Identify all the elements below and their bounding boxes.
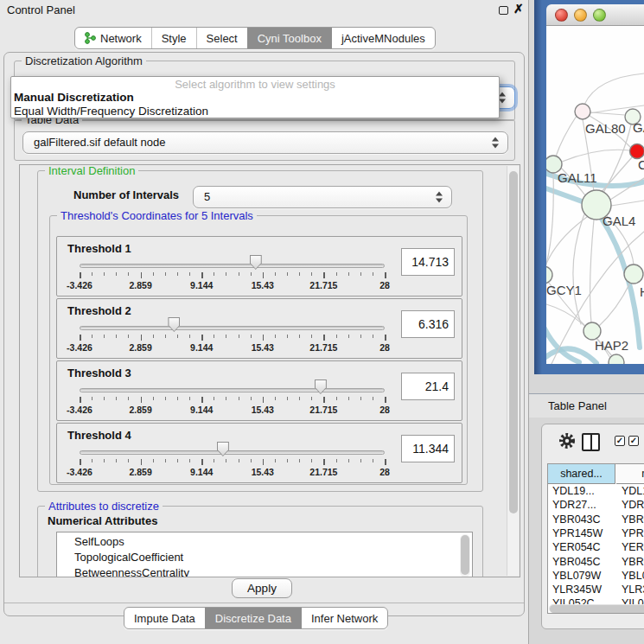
cell-shared-name: YPR145W (552, 526, 603, 541)
tick-mark (92, 335, 92, 338)
tick-label: -3.426 (55, 342, 104, 353)
cell-name: YBL0 (622, 569, 644, 583)
cell-name: YDR2 (622, 498, 644, 513)
tick-mark (128, 397, 129, 400)
tick-mark (226, 459, 226, 462)
tick-mark (239, 397, 239, 400)
cell-shared-name: YBL079W (552, 569, 601, 583)
list-item[interactable]: SelfLoops (57, 534, 472, 550)
tick-mark (128, 272, 129, 276)
tick-mark (348, 272, 349, 276)
zoom-traffic-light[interactable] (593, 9, 606, 22)
tick-label: 15.43 (239, 342, 287, 353)
tab-discretize-data[interactable]: Discretize Data (205, 608, 301, 628)
close-traffic-light[interactable] (555, 9, 568, 22)
list-scrollbar-thumb[interactable] (461, 535, 469, 575)
algorithm-option-equal-width[interactable]: Equal Width/Frequency Discretization (11, 105, 499, 118)
number-of-intervals-spinner[interactable]: 5 (193, 186, 452, 208)
thresholds-group-title: Threshold's Coordinates for 5 Intervals (57, 209, 257, 222)
table-row[interactable]: YPR145WYPR1 (548, 526, 644, 541)
column-header-shared-name[interactable]: shared... (548, 464, 615, 484)
threshold-value-field[interactable]: 6.316 (401, 310, 455, 338)
slider-track[interactable] (80, 264, 385, 268)
threshold-box: Threshold 2-3.4262.8599.14415.4321.71528… (56, 298, 462, 359)
tick-mark (336, 459, 337, 462)
horizontal-scrollbar[interactable] (549, 604, 644, 613)
network-node[interactable] (624, 265, 643, 284)
tick-mark (92, 272, 92, 276)
float-window-icon[interactable] (499, 6, 508, 15)
tab-select[interactable]: Select (196, 28, 247, 48)
network-node[interactable] (575, 104, 590, 119)
algorithm-option-manual[interactable]: Manual Discretization (11, 91, 499, 105)
column-settings-icon[interactable] (582, 433, 600, 451)
pane-scrollbar-thumb[interactable] (509, 171, 518, 513)
threshold-value-field[interactable]: 21.4 (401, 373, 455, 400)
list-scrollbar[interactable] (460, 534, 470, 577)
network-node[interactable] (583, 322, 601, 340)
network-edge[interactable] (573, 214, 584, 324)
table-row[interactable]: YER054CYER0 (548, 540, 644, 555)
slider-track[interactable] (80, 388, 385, 392)
network-graph[interactable]: GAL80GACGAL11GAL4GCY1HHAP2 (546, 26, 644, 364)
cell-name: YLR3 (622, 583, 644, 597)
table-row[interactable]: YBR045CYBR0 (548, 555, 644, 570)
table-row[interactable]: YDR27...YDR2 (548, 498, 644, 513)
tick-label: 9.144 (177, 467, 226, 477)
threshold-value-field[interactable]: 14.713 (401, 248, 455, 276)
apply-button[interactable]: Apply (232, 578, 292, 598)
tick-mark (287, 397, 288, 400)
checkbox-select-all-icon[interactable]: ✓ (615, 436, 625, 446)
network-edge[interactable] (590, 220, 594, 322)
network-edge[interactable] (611, 201, 644, 206)
settings-scroll-pane: Interval Definition Number of Intervals … (19, 164, 520, 577)
network-edge[interactable] (590, 112, 625, 115)
network-edge[interactable] (556, 116, 577, 156)
threshold-value-field[interactable]: 11.344 (401, 435, 455, 462)
network-edge[interactable] (546, 188, 584, 202)
network-node[interactable] (546, 266, 552, 284)
tab-jactivemnodules[interactable]: jActiveMNodules (331, 28, 435, 48)
node-label: GAL80 (585, 121, 626, 136)
gear-icon[interactable] (558, 431, 577, 450)
table-row[interactable]: YBL079WYBL0 (548, 569, 644, 583)
network-edge[interactable] (610, 178, 644, 200)
table-data-combobox-value: galFiltered.sif default node (34, 136, 165, 149)
algorithm-popup-hint: Select algorithm to view settings (11, 77, 499, 91)
tick-mark (287, 459, 288, 462)
spinner-arrows-icon (436, 192, 443, 203)
slider-track[interactable] (80, 450, 385, 455)
list-item[interactable]: BetweennessCentrality (57, 565, 472, 577)
tab-impute-data[interactable]: Impute Data (124, 608, 205, 628)
table-data-combobox[interactable]: galFiltered.sif default node (22, 131, 508, 154)
numerical-attributes-list[interactable]: SelfLoopsTopologicalCoefficientBetweenne… (56, 532, 473, 577)
network-edge[interactable] (598, 283, 630, 327)
horizontal-scrollbar-thumb[interactable] (550, 605, 644, 613)
table-row[interactable]: YBR043CYBR0 (548, 513, 644, 527)
network-edge[interactable] (584, 73, 644, 105)
network-edge[interactable] (546, 328, 579, 362)
table-row[interactable]: YDL19...YDL1 (548, 484, 644, 499)
column-header-name[interactable]: name (616, 464, 644, 484)
tab-cyni-toolbox[interactable]: Cyni Toolbox (247, 28, 331, 48)
network-canvas[interactable]: GAL80GACGAL11GAL4GCY1HHAP2 (546, 26, 644, 364)
tick-mark (311, 459, 312, 462)
cell-name: YPR1 (622, 526, 644, 541)
pane-scrollbar[interactable] (507, 166, 519, 576)
tick-mark (251, 397, 252, 400)
tick-mark (323, 335, 325, 341)
threshold-box: Threshold 4-3.4262.8599.14415.4321.71528… (56, 423, 462, 483)
tab-network[interactable]: Network (75, 28, 151, 48)
table-row[interactable]: YLR345WYLR3 (548, 583, 644, 597)
minimize-traffic-light[interactable] (574, 9, 587, 22)
network-node[interactable] (609, 354, 624, 364)
tab-style[interactable]: Style (151, 28, 196, 48)
tab-infer-network[interactable]: Infer Network (301, 608, 387, 628)
checkbox-select-none-icon[interactable]: ✓ (628, 436, 639, 446)
network-node[interactable] (630, 144, 644, 159)
network-window-titlebar[interactable] (546, 4, 644, 26)
tick-mark (336, 272, 337, 276)
list-item[interactable]: TopologicalCoefficient (57, 550, 472, 565)
slider-track[interactable] (80, 326, 385, 330)
close-icon[interactable]: ✗ (513, 2, 524, 16)
